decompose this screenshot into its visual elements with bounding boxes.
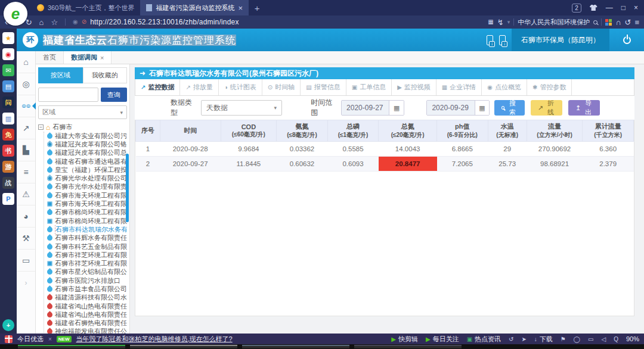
history-restore-icon[interactable]: ↺ [625, 18, 631, 26]
collapse-icon[interactable]: − [38, 124, 44, 130]
ticker-close-icon[interactable]: × [48, 336, 52, 342]
taskbar-window[interactable] [130, 345, 237, 348]
tree-item[interactable]: 福建冠兴皮革有限公司铬车间排放口 [47, 140, 127, 148]
novel-icon[interactable]: 免 [2, 129, 14, 141]
date-to-input[interactable]: 2020-09-29 ▦ [426, 100, 490, 116]
tree-item[interactable]: 福建省鸿山热电有限责任公司2 [47, 310, 127, 319]
pin-icon[interactable]: ➤ [521, 336, 526, 342]
tree-item[interactable]: 石狮市医院污水排放口 [47, 276, 127, 285]
hot-news-icon[interactable]: ▣热点资讯 [467, 335, 501, 344]
volume-icon[interactable]: ◁ [601, 336, 606, 342]
tree-item[interactable]: 福建省石狮市通达电器有限公司 [47, 157, 127, 166]
news-headline-link[interactable]: 当年毁了陈冠希和张柏芝的电脑维修员,现在怎么样了? [76, 335, 233, 344]
close-button[interactable]: × [634, 4, 638, 12]
tree-item[interactable]: 石狮市光华水处理有限责任公司 [47, 183, 127, 191]
data-tab-6[interactable]: ▶监控视频 [392, 79, 436, 95]
game-1-icon[interactable]: 游 [2, 161, 14, 173]
tab-close-icon[interactable]: × [100, 54, 104, 61]
site-info-icon[interactable]: ◉ [73, 19, 78, 25]
favorites-icon[interactable]: ★ [2, 32, 14, 44]
browser-tab-360nav[interactable]: 360导航_一个主页，整个世界 [31, 0, 140, 15]
nav-alert-icon[interactable]: ⚠ [17, 183, 35, 205]
browser-icon[interactable]: ◯ [574, 336, 580, 342]
nav-layers-icon[interactable]: ≡ [17, 161, 35, 183]
tab-my-favorites[interactable]: 我收藏的 [83, 67, 128, 83]
menu-icon[interactable]: ≡ [634, 18, 639, 26]
home-icon[interactable]: ⌂ [39, 18, 44, 26]
taskbar-window[interactable] [242, 345, 349, 348]
table-row[interactable]: 22020-09-2711.84450.606320.609320.84777.… [136, 157, 634, 172]
refresh-icon[interactable]: ↻ [26, 18, 32, 26]
data-tab-3[interactable]: ⊙时间轴 [262, 79, 301, 95]
tab-by-region[interactable]: 按区域 [38, 67, 83, 83]
history-icon[interactable]: ↺ [509, 336, 513, 342]
page-tab-1[interactable]: 数据调阅× [64, 51, 112, 64]
extensions-grid-icon[interactable]: ▦ [488, 19, 493, 25]
data-tab-0[interactable]: ↗监控数据 [135, 79, 180, 95]
data-tab-9[interactable]: ✱管控参数 [527, 79, 572, 95]
data-tab-5[interactable]: ▣工单信息 [346, 79, 392, 95]
xiaohongshu-icon[interactable]: 书 [2, 145, 14, 157]
tree-item[interactable]: 福建省石狮热电有限责任公司 [47, 319, 127, 328]
tree-item[interactable]: 福建大帝实业有限公司污水排放口 [47, 132, 127, 140]
tree-search-input[interactable] [38, 88, 98, 102]
date-from-input[interactable]: 2020-09-27 ▦ [341, 100, 404, 116]
tree-item[interactable]: 石狮市祥芝环境工程有限公司 [47, 251, 127, 259]
tree-item[interactable]: 神华福能发电有限责任公司1# [47, 328, 127, 334]
search-button[interactable]: 搜索 [494, 100, 525, 116]
url-box[interactable]: ◉ ⊘ http://220.160.52.213:10016/zhb/admi… [73, 18, 239, 26]
zoom-search-icon[interactable]: Q [614, 336, 618, 342]
download-icon[interactable]: ↓下载 [534, 335, 553, 344]
user-badge[interactable]: 石狮市环保局（陈昆明） [512, 29, 609, 51]
weibo-icon[interactable]: ◉ [2, 48, 14, 60]
game-2-icon[interactable]: 战 [2, 177, 14, 189]
table-row[interactable]: 12020-09-289.96840.033620.558514.00436.8… [136, 142, 634, 157]
logout-button[interactable] [615, 29, 638, 51]
tree-item[interactable]: 福建冠兴皮革有限公司总排口 [47, 149, 127, 157]
tree-item[interactable]: 石狮市科辉水务有限责任公司 [47, 234, 127, 242]
daily-picks-label[interactable]: 今日优选 [17, 335, 44, 344]
minimize-button[interactable]: — [606, 4, 613, 12]
tree-item[interactable]: 福建省鸿山热电有限责任公司1 [47, 302, 127, 310]
nav-home-icon[interactable]: ⌂ [17, 51, 35, 73]
data-tab-4[interactable]: ▤报警信息 [301, 79, 346, 95]
nav-pie-icon[interactable]: ◕ [17, 205, 35, 228]
nav-compass-icon[interactable]: ◎ [17, 73, 35, 95]
tree-item[interactable]: 石狮市益丰食品有限公司 [47, 285, 127, 293]
blocked-icon[interactable]: ⊘ [82, 19, 86, 25]
nav-line-chart-icon[interactable]: ↗ [17, 117, 35, 139]
tree-item[interactable]: 石狮市祥芝环境工程有限公司6 [47, 259, 127, 267]
skin-icon[interactable] [590, 5, 597, 11]
tree-item[interactable]: 石狮市科达凯瑞尔水务有限公司 [47, 225, 127, 233]
url-text[interactable]: http://220.160.52.213:10016/zhb/admin/in… [90, 18, 239, 26]
headset-icon[interactable]: ∩ [615, 18, 621, 26]
nav-device-icon[interactable]: ▭ [17, 250, 35, 272]
calendar-icon[interactable]: ▦ [389, 101, 404, 115]
region-select[interactable]: 区域 ▾ [38, 105, 127, 119]
notes-icon[interactable]: ▤ [2, 80, 14, 92]
tree-scrollbar-thumb[interactable] [126, 154, 129, 222]
daily-focus-icon[interactable]: ▶每日关注 [426, 335, 459, 344]
data-type-select[interactable]: 天数据 ▾ [201, 100, 282, 116]
window-icon[interactable]: ▭ [588, 336, 593, 342]
taskbar-window[interactable] [354, 345, 462, 348]
caret-down-icon[interactable]: ▾ [507, 20, 510, 25]
tree-item[interactable]: 石狮市海天环境工程有限公司 [47, 191, 127, 200]
search-box-text[interactable]: 中华人民共和国环境保护 [518, 18, 590, 27]
calendar-icon[interactable]: ▦ [475, 101, 490, 115]
tree-item[interactable]: 福建清源科技有限公司水煤浆锅炉 [47, 294, 127, 302]
mail-icon[interactable]: ✉ [2, 64, 14, 76]
browser-360-logo-icon[interactable]: e [4, 2, 27, 26]
tree-item[interactable]: 皇宝（福建）环保工程投资有限公司 [47, 166, 127, 174]
nav-gavel-icon[interactable]: ⚒ [17, 228, 35, 250]
game-center-icon[interactable]: + [2, 319, 14, 331]
app-download-icon-1[interactable] [487, 35, 493, 45]
data-tab-1[interactable]: ↗排放量 [180, 79, 218, 95]
bookmark-star-icon[interactable]: ☆ [51, 18, 58, 26]
nav-bar-chart-icon[interactable]: ▙ [17, 139, 35, 161]
taskbar-window[interactable] [18, 345, 125, 348]
page-tab-0[interactable]: 首页 [36, 51, 64, 64]
tree-item[interactable]: 石狮市星火铝制品有限公司 [47, 268, 127, 276]
gift-icon[interactable] [5, 335, 13, 343]
tree-item[interactable]: 石狮市棉尚环境工程有限公司 [47, 208, 127, 217]
